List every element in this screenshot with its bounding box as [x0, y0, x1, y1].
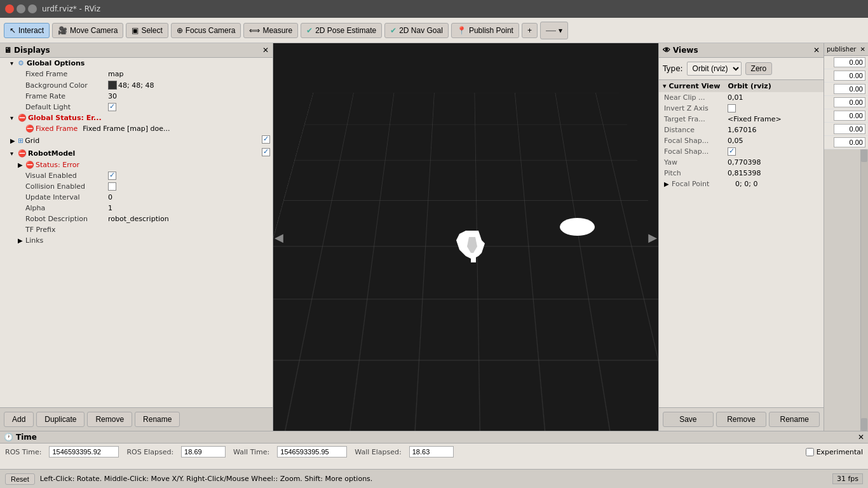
viewport-arrow-right[interactable]: ▶	[648, 231, 657, 244]
close-displays-icon[interactable]: ✕	[262, 46, 269, 55]
titlebar: urdf.rviz* - RViz	[0, 0, 868, 18]
views-header: 👁 Views ✕	[659, 43, 824, 58]
robot-model-item[interactable]: ▾ ⛔ RobotModel	[0, 147, 273, 159]
duplicate-display-button[interactable]: Duplicate	[36, 412, 85, 427]
focal-shape2-prop[interactable]: Focal Shap...	[659, 146, 824, 157]
grid-checkbox[interactable]	[262, 135, 270, 144]
update-interval-item[interactable]: Update Interval 0	[0, 192, 273, 203]
viewport-canvas	[273, 43, 658, 431]
far-right-input-6[interactable]	[834, 124, 865, 134]
select-button[interactable]: ▣ Select	[126, 23, 168, 38]
pose-estimate-button[interactable]: ✔ 2D Pose Estimate	[301, 23, 382, 38]
far-right-input-4[interactable]	[834, 97, 865, 107]
close-timebar-icon[interactable]: ✕	[858, 433, 864, 442]
far-right-input-2[interactable]	[834, 71, 865, 81]
near-clip-prop[interactable]: Near Clip ... 0,01	[659, 92, 824, 103]
collision-enabled-checkbox[interactable]	[108, 182, 116, 191]
displays-header: 🖥 Displays ✕	[0, 43, 273, 58]
global-options-item[interactable]: ▾ ⚙ Global Options	[0, 58, 273, 69]
default-light-checkbox[interactable]	[108, 103, 116, 111]
publish-point-button[interactable]: 📍 Publish Point	[451, 23, 519, 38]
wall-elapsed-input[interactable]	[409, 446, 454, 458]
wall-time-input[interactable]	[277, 446, 347, 458]
grid-item[interactable]: ▶ ⊞ Grid	[0, 134, 273, 147]
expand-views-arrow: ▾	[663, 82, 667, 90]
invert-z-prop[interactable]: Invert Z Axis	[659, 103, 824, 114]
ros-time-input[interactable]	[49, 446, 119, 458]
focal-point-prop[interactable]: ▶ Focal Point 0; 0; 0	[659, 179, 824, 189]
camera-icon: 🎥	[58, 26, 67, 35]
far-right-input-5[interactable]	[834, 111, 865, 121]
yaw-prop[interactable]: Yaw 0,770398	[659, 157, 824, 168]
interact-button[interactable]: ↖ Interact	[4, 23, 50, 38]
ros-elapsed-input[interactable]	[181, 446, 226, 458]
views-type-row: Type: Orbit (rviz) Zero	[659, 58, 824, 80]
far-right-header: publisher ✕	[824, 43, 868, 56]
views-panel: 👁 Views ✕ Type: Orbit (rviz) Zero ▾ Curr…	[658, 43, 824, 431]
views-remove-button[interactable]: Remove	[716, 412, 767, 427]
remove-display-button[interactable]: Remove	[87, 412, 132, 427]
viewport-arrow-left[interactable]: ◀	[275, 231, 283, 244]
far-right-row-5	[824, 109, 868, 123]
far-right-row-6	[824, 123, 868, 136]
toolbar: ↖ Interact 🎥 Move Camera ▣ Select ⊕ Focu…	[0, 18, 868, 43]
pitch-prop[interactable]: Pitch 0,815398	[659, 168, 824, 179]
maximize-button[interactable]	[28, 4, 37, 13]
tf-prefix-item[interactable]: TF Prefix	[0, 224, 273, 235]
visual-enabled-item[interactable]: Visual Enabled	[0, 170, 273, 181]
fps-badge: 31 fps	[832, 473, 863, 484]
status-hint: Left-Click: Rotate. Middle-Click: Move X…	[40, 475, 373, 483]
close-button[interactable]	[5, 4, 14, 13]
far-right-input-1[interactable]	[834, 57, 865, 67]
alpha-item[interactable]: Alpha 1	[0, 203, 273, 214]
background-color-item[interactable]: Background Color 48; 48; 48	[0, 79, 273, 91]
reset-button[interactable]: Reset	[5, 473, 35, 485]
window-controls[interactable]	[5, 4, 37, 13]
minimize-button[interactable]	[17, 4, 25, 13]
measure-button[interactable]: ⟺ Measure	[243, 23, 298, 38]
select-icon: ▣	[132, 26, 139, 35]
frame-rate-item[interactable]: Frame Rate 30	[0, 91, 273, 102]
statusbar: Reset Left-Click: Rotate. Middle-Click: …	[0, 469, 868, 488]
rename-display-button[interactable]: Rename	[135, 412, 180, 427]
views-type-select[interactable]: Orbit (rviz)	[687, 62, 742, 76]
focus-icon: ⊕	[177, 26, 183, 35]
far-right-scrollbar[interactable]	[824, 149, 868, 431]
add-display-button[interactable]: Add	[4, 412, 34, 427]
fixed-frame-error-item[interactable]: ⛔ Fixed Frame Fixed Frame [map] doe...	[0, 123, 273, 134]
current-view-header[interactable]: ▾ Current View Orbit (rviz)	[659, 80, 824, 92]
experimental-checkbox-container: Experimental	[806, 448, 863, 456]
focal-shape2-checkbox[interactable]	[728, 147, 736, 156]
links-item[interactable]: ▶ Links	[0, 235, 273, 246]
move-camera-button[interactable]: 🎥 Move Camera	[52, 23, 123, 38]
displays-panel: 🖥 Displays ✕ ▾ ⚙ Global Options Fixed Fr…	[0, 43, 273, 431]
fixed-frame-item[interactable]: Fixed Frame map	[0, 69, 273, 79]
status-error-item[interactable]: ▶ ⛔ Status: Error	[0, 159, 273, 170]
views-zero-button[interactable]: Zero	[745, 62, 773, 75]
dropdown-button[interactable]: — ▾	[540, 22, 568, 39]
far-right-input-7[interactable]	[834, 137, 865, 147]
nav-icon: ✔	[390, 26, 397, 35]
gear-icon: ⚙	[18, 59, 24, 67]
nav-goal-button[interactable]: ✔ 2D Nav Goal	[384, 23, 449, 38]
robot-desc-item[interactable]: Robot Description robot_description	[0, 214, 273, 224]
views-rename-button[interactable]: Rename	[769, 412, 820, 427]
close-far-right-icon[interactable]: ✕	[860, 46, 865, 53]
robot-model-checkbox[interactable]	[262, 148, 270, 156]
focal-shape1-prop[interactable]: Focal Shap... 0,05	[659, 135, 824, 146]
focus-camera-button[interactable]: ⊕ Focus Camera	[171, 23, 241, 38]
visual-enabled-checkbox[interactable]	[108, 172, 116, 180]
3d-viewport[interactable]: ◀ ▶	[273, 43, 658, 431]
global-status-item[interactable]: ▾ ⛔ Global Status: Er...	[0, 112, 273, 123]
default-light-item[interactable]: Default Light	[0, 102, 273, 112]
invert-z-checkbox[interactable]	[728, 104, 736, 112]
target-frame-prop[interactable]: Target Fra... <Fixed Frame>	[659, 114, 824, 125]
collision-enabled-item[interactable]: Collision Enabled	[0, 181, 273, 192]
close-views-icon[interactable]: ✕	[813, 46, 820, 55]
add-toolbar-button[interactable]: +	[522, 23, 538, 38]
views-save-button[interactable]: Save	[663, 412, 714, 427]
far-right-input-3[interactable]	[834, 84, 865, 94]
distance-prop[interactable]: Distance 1,67016	[659, 125, 824, 135]
robot-model-shape	[447, 224, 498, 271]
experimental-checkbox[interactable]	[806, 448, 814, 456]
